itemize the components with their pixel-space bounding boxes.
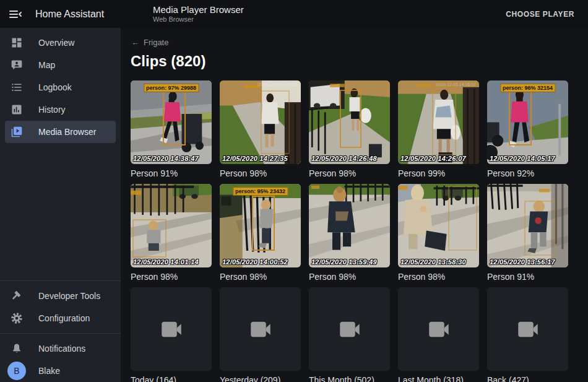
sidebar-divider [0, 333, 121, 334]
sidebar-item-label: Overview [38, 38, 74, 48]
detection-bbox [132, 219, 166, 258]
list-bulleted-icon [11, 81, 23, 93]
topbar-main: Media Player Browser Web Browser CHOOSE … [121, 0, 588, 28]
sidebar-spacer [0, 143, 121, 277]
folder-thumbnail[interactable] [487, 287, 568, 371]
video-icon [426, 316, 452, 342]
clip-timestamp: 12/05/2020 14:26:48 [311, 155, 377, 162]
sidebar-item-label: Developer Tools [38, 291, 100, 301]
clip-item[interactable]: person: 95% 2343212/05/2020 14:00:52Pers… [220, 184, 301, 282]
avatar: B [7, 362, 26, 380]
detection-bbox [524, 201, 555, 256]
clip-thumbnail[interactable]: 2020-12-05 14:27:3512/05/2020 14:27:35 [220, 80, 301, 164]
topbar-left: Home Assistant [0, 0, 121, 28]
clip-caption: Person 98% [309, 168, 390, 178]
folder-caption: Last Month (318) [398, 375, 479, 382]
detection-bbox [448, 186, 477, 251]
sidebar-item-developer-tools[interactable]: Developer Tools [5, 285, 116, 307]
sidebar-main-nav: OverviewMapLogbookHistoryMedia Browser [0, 32, 121, 143]
camera-timestamp-overlay: 2020-12-05 14:27:35 [257, 82, 298, 87]
clip-timestamp: 12/05/2020 14:26:07 [400, 155, 466, 162]
folder-thumbnail[interactable] [220, 287, 301, 371]
clip-item[interactable]: 12/05/2020 14:01:14Person 98% [131, 184, 212, 282]
clip-thumbnail[interactable]: 12/05/2020 13:58:30 [398, 184, 479, 267]
sidebar-item-configuration[interactable]: Configuration [5, 307, 116, 329]
folder-item[interactable]: Today (164) [131, 287, 212, 382]
detection-bbox [340, 90, 361, 149]
sidebar-toggle-icon[interactable] [8, 7, 23, 22]
main-content: ← Frigate Clips (820) person: 97% 299881… [121, 28, 588, 382]
sidebar-item-logbook[interactable]: Logbook [5, 76, 116, 98]
clip-thumbnail[interactable]: person: 95% 2343212/05/2020 14:00:52 [220, 184, 301, 267]
clip-thumbnail[interactable]: person: 96% 3215412/05/2020 14:05:17 [487, 80, 568, 164]
sidebar-item-media-browser[interactable]: Media Browser [5, 121, 116, 143]
media-player-titles: Media Player Browser Web Browser [153, 4, 244, 24]
breadcrumb-label: Frigate [144, 38, 168, 47]
sidebar-item-notifications[interactable]: Notifications [5, 337, 116, 360]
app-title: Home Assistant [35, 9, 104, 20]
sidebar-item-overview[interactable]: Overview [5, 32, 116, 54]
video-icon [337, 316, 363, 342]
sidebar-item-map[interactable]: Map [5, 54, 116, 76]
clip-item[interactable]: 12/05/2020 13:58:30Person 98% [398, 184, 479, 282]
video-icon [158, 316, 184, 342]
clip-timestamp: 12/05/2020 14:01:14 [133, 258, 199, 266]
clip-item[interactable]: 12/05/2020 13:56:17Person 91% [487, 184, 568, 282]
clip-thumbnail[interactable]: 12/05/2020 14:01:14 [131, 184, 212, 267]
cog-icon [11, 312, 23, 324]
sidebar-item-user-profile[interactable]: BBlake [5, 360, 116, 382]
clip-item[interactable]: 12/05/2020 13:59:49Person 98% [309, 184, 390, 282]
video-icon [515, 316, 541, 342]
view-dashboard-icon [11, 37, 23, 49]
camera-timestamp-overlay: 2020-12-05 14:26:07 [436, 82, 476, 87]
clip-item[interactable]: 2020-12-05 14:26:0712/05/2020 14:26:07Pe… [398, 80, 479, 178]
folder-item[interactable]: This Month (502) [309, 287, 390, 382]
choose-player-button[interactable]: CHOOSE PLAYER [502, 5, 578, 24]
clip-timestamp: 12/05/2020 13:59:49 [311, 258, 377, 266]
clip-thumbnail[interactable]: 12/05/2020 13:56:17 [487, 184, 568, 267]
clip-caption: Person 99% [398, 168, 479, 178]
folder-thumbnail[interactable] [398, 287, 479, 371]
clip-item[interactable]: 2020-12-05 14:27:3512/05/2020 14:27:35Pe… [220, 80, 301, 178]
clip-caption: Person 98% [131, 272, 212, 282]
folder-caption: Yesterday (209) [220, 375, 301, 382]
sidebar-item-label: History [38, 105, 66, 115]
page-header-title: Media Player Browser [153, 4, 244, 15]
sidebar-bottom-nav: NotificationsBBlake [0, 337, 121, 382]
clip-caption: Person 91% [131, 168, 212, 178]
hammer-icon [11, 290, 23, 302]
chart-box-icon [11, 103, 23, 116]
clip-timestamp: 12/05/2020 14:38:47 [133, 155, 199, 162]
top-bar: Home Assistant Media Player Browser Web … [0, 0, 588, 28]
clip-thumbnail[interactable]: 2020-12-05 14:26:0712/05/2020 14:26:07 [398, 80, 479, 164]
clip-thumbnail[interactable]: 12/05/2020 13:59:49 [309, 184, 390, 267]
detection-bbox [163, 89, 186, 146]
sidebar-item-label: Logbook [38, 82, 72, 92]
detection-label: person: 95% 23432 [233, 187, 288, 196]
clip-timestamp: 12/05/2020 14:00:52 [222, 258, 288, 266]
clip-item[interactable]: person: 96% 3215412/05/2020 14:05:17Pers… [487, 80, 568, 178]
layout: OverviewMapLogbookHistoryMedia Browser D… [0, 28, 588, 382]
clip-thumbnail[interactable]: 12/05/2020 14:26:48 [309, 80, 390, 164]
page-header-subtitle: Web Browser [153, 15, 244, 24]
clip-caption: Person 98% [309, 272, 390, 282]
account-tooltip-icon [11, 59, 23, 71]
sidebar-item-label: Notifications [38, 344, 85, 354]
sidebar-secondary-nav: Developer ToolsConfiguration [0, 285, 121, 329]
folder-item[interactable]: Yesterday (209) [220, 287, 301, 382]
clip-item[interactable]: person: 97% 2998812/05/2020 14:38:47Pers… [131, 80, 212, 178]
breadcrumb[interactable]: ← Frigate [131, 38, 168, 47]
folder-item[interactable]: Last Month (318) [398, 287, 479, 382]
clip-thumbnail[interactable]: person: 97% 2998812/05/2020 14:38:47 [131, 80, 212, 164]
sidebar: OverviewMapLogbookHistoryMedia Browser D… [0, 28, 121, 382]
folder-item[interactable]: Back (427) [487, 287, 568, 382]
sidebar-item-history[interactable]: History [5, 98, 116, 121]
media-grid: person: 97% 2998812/05/2020 14:38:47Pers… [131, 80, 588, 382]
folder-thumbnail[interactable] [309, 287, 390, 371]
clip-item[interactable]: 12/05/2020 14:26:48Person 98% [309, 80, 390, 178]
folder-thumbnail[interactable] [131, 287, 212, 371]
back-arrow-icon: ← [131, 38, 139, 47]
clip-caption: Person 98% [220, 272, 301, 282]
sidebar-item-label: Configuration [38, 313, 90, 323]
detection-bbox [509, 89, 532, 146]
